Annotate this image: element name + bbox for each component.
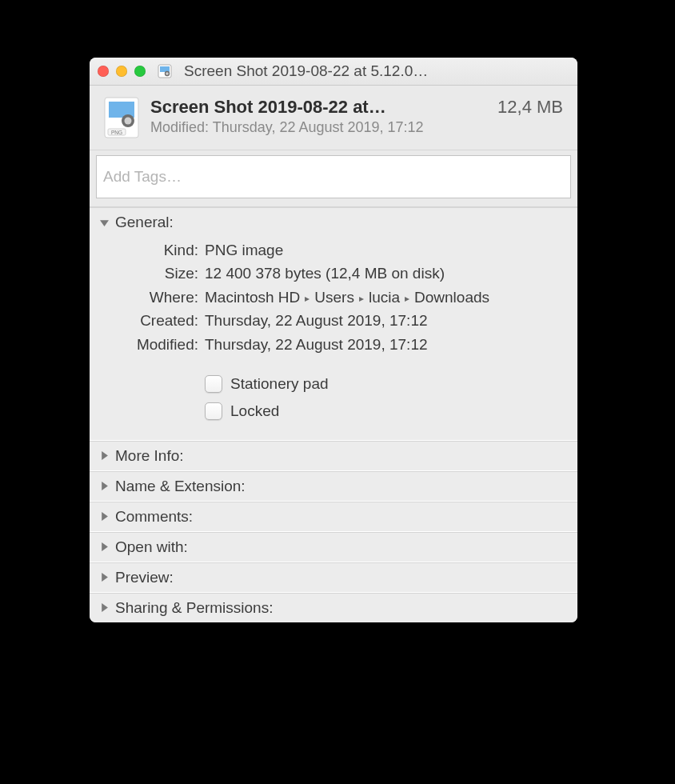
section-name-ext: Name & Extension: bbox=[90, 471, 577, 502]
where-value: Macintosh HD▸Users▸lucia▸Downloads bbox=[205, 286, 565, 309]
svg-marker-9 bbox=[100, 220, 109, 226]
section-sharing: Sharing & Permissions: bbox=[90, 593, 577, 622]
window-title: Screen Shot 2019-08-22 at 5.12.0… bbox=[184, 62, 569, 80]
section-preview-header[interactable]: Preview: bbox=[90, 563, 577, 592]
svg-marker-14 bbox=[102, 573, 108, 582]
section-name-ext-header[interactable]: Name & Extension: bbox=[90, 472, 577, 501]
section-preview-title: Preview: bbox=[115, 569, 174, 586]
section-more-info-title: More Info: bbox=[115, 447, 184, 465]
size-label: Size: bbox=[102, 262, 205, 285]
file-size: 12,4 MB bbox=[497, 97, 563, 118]
modified-line: Modified: Thursday, 22 August 2019, 17:1… bbox=[150, 119, 563, 136]
created-value: Thursday, 22 August 2019, 17:12 bbox=[205, 309, 565, 332]
disclosure-right-icon bbox=[99, 542, 109, 552]
svg-marker-13 bbox=[102, 542, 108, 551]
section-name-ext-title: Name & Extension: bbox=[115, 478, 246, 495]
file-icon: PNG bbox=[104, 97, 139, 138]
zoom-button[interactable] bbox=[134, 66, 146, 77]
section-open-with-header[interactable]: Open with: bbox=[90, 533, 577, 562]
section-comments: Comments: bbox=[90, 502, 577, 532]
path-separator-icon: ▸ bbox=[405, 291, 409, 306]
kind-value: PNG image bbox=[205, 238, 565, 262]
file-icon-small bbox=[158, 64, 172, 78]
where-label: Where: bbox=[102, 286, 205, 309]
section-more-info: More Info: bbox=[90, 441, 577, 471]
disclosure-right-icon bbox=[99, 482, 109, 491]
svg-point-7 bbox=[125, 118, 132, 125]
size-value: 12 400 378 bytes (12,4 MB on disk) bbox=[205, 262, 565, 285]
section-general: General: Kind: PNG image Size: 12 400 37… bbox=[90, 208, 577, 441]
section-comments-header[interactable]: Comments: bbox=[90, 502, 577, 531]
locked-checkbox[interactable] bbox=[205, 402, 222, 420]
section-comments-title: Comments: bbox=[115, 508, 193, 526]
section-more-info-header[interactable]: More Info: bbox=[90, 442, 577, 470]
where-segment: Macintosh HD bbox=[205, 289, 300, 306]
disclosure-right-icon bbox=[99, 573, 109, 582]
path-separator-icon: ▸ bbox=[305, 291, 310, 306]
modified-label-2: Modified: bbox=[102, 333, 205, 356]
section-open-with-title: Open with: bbox=[115, 538, 188, 556]
tags-input[interactable] bbox=[96, 155, 571, 198]
stationery-label: Stationery pad bbox=[230, 370, 329, 398]
modified-label: Modified: bbox=[150, 119, 209, 135]
where-segment: lucia bbox=[369, 289, 400, 306]
info-window: Screen Shot 2019-08-22 at 5.12.0… PNG Sc… bbox=[90, 58, 577, 622]
section-sharing-title: Sharing & Permissions: bbox=[115, 599, 273, 617]
svg-marker-11 bbox=[102, 482, 108, 490]
section-general-header[interactable]: General: bbox=[90, 208, 577, 237]
file-icon-badge: PNG bbox=[111, 130, 122, 135]
disclosure-down-icon bbox=[99, 218, 109, 227]
close-button[interactable] bbox=[98, 66, 109, 77]
disclosure-right-icon bbox=[99, 512, 109, 522]
svg-marker-10 bbox=[102, 451, 108, 460]
disclosure-right-icon bbox=[99, 451, 109, 461]
svg-rect-1 bbox=[160, 66, 170, 72]
section-sharing-header[interactable]: Sharing & Permissions: bbox=[90, 594, 577, 622]
stationery-checkbox[interactable] bbox=[205, 375, 222, 393]
disclosure-right-icon bbox=[99, 603, 109, 613]
path-separator-icon: ▸ bbox=[359, 291, 364, 306]
svg-marker-12 bbox=[102, 512, 108, 521]
modified-value: Thursday, 22 August 2019, 17:12 bbox=[213, 119, 424, 135]
section-general-title: General: bbox=[115, 214, 174, 231]
locked-label: Locked bbox=[230, 398, 279, 425]
created-label: Created: bbox=[102, 309, 205, 332]
svg-point-3 bbox=[166, 72, 169, 75]
modified-value-2: Thursday, 22 August 2019, 17:12 bbox=[205, 333, 565, 356]
where-segment: Downloads bbox=[414, 289, 489, 306]
section-preview: Preview: bbox=[90, 562, 577, 593]
summary-header: PNG Screen Shot 2019-08-22 at… 12,4 MB M… bbox=[90, 86, 577, 150]
section-open-with: Open with: bbox=[90, 532, 577, 562]
kind-label: Kind: bbox=[102, 238, 205, 262]
titlebar[interactable]: Screen Shot 2019-08-22 at 5.12.0… bbox=[90, 58, 577, 86]
tags-area bbox=[90, 150, 577, 207]
minimize-button[interactable] bbox=[116, 66, 127, 77]
svg-marker-15 bbox=[102, 603, 108, 612]
file-name: Screen Shot 2019-08-22 at… bbox=[150, 97, 485, 118]
where-segment: Users bbox=[314, 289, 354, 306]
